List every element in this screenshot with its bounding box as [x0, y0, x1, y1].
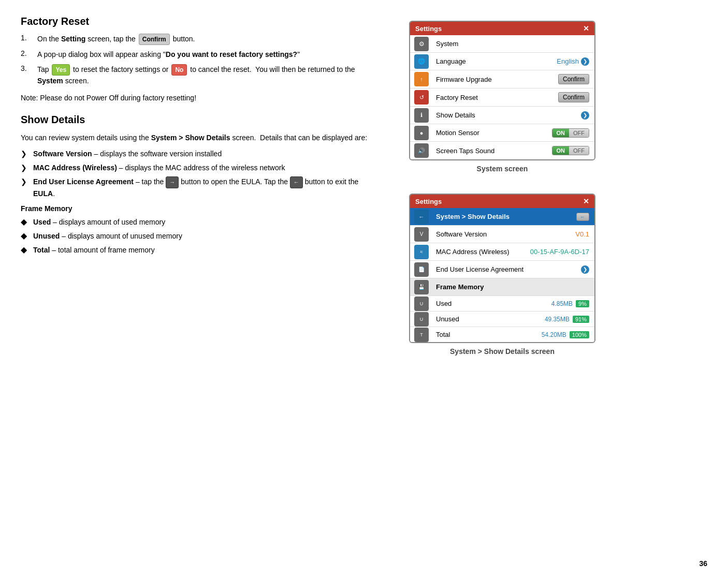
eula-row-label: End User License Agreement [436, 265, 523, 273]
total-bold: Total [33, 246, 50, 254]
language-row-label: Language [436, 57, 466, 65]
used-num: 4.85MB [551, 300, 573, 307]
factory-reset-row-value: Confirm [558, 92, 589, 102]
breadcrumb-label: System > Show Details [436, 213, 509, 220]
firmware-row-label: Firmware Upgrade [436, 76, 492, 83]
software-version-label: Software Version [436, 230, 487, 238]
screen-taps-row-label: Screen Taps Sound [436, 147, 494, 155]
popup-text-bold: Do you want to reset factory settings? [166, 50, 297, 58]
motion-sensor-row-icon: ● [414, 126, 429, 140]
mac-address-icon: ≈ [414, 245, 429, 259]
show-details-row-label: Show Details [436, 111, 475, 119]
system-row-icon: ⚙ [414, 37, 429, 51]
language-row-icon: 🌐 [414, 54, 429, 69]
arrow-item-eula: ❯ End User License Agreement – tap the →… [21, 176, 373, 199]
total-row: T Total 54.20MB 100% [410, 327, 594, 342]
screen-taps-row: 🔊 Screen Taps Sound ON OFF [410, 142, 594, 159]
total-row-icon: T [414, 328, 429, 342]
system-row: ⚙ System [410, 35, 594, 53]
unused-row: U Unused 49.35MB 91% [410, 312, 594, 327]
firmware-row-value: Confirm [558, 74, 589, 84]
factory-reset-row-icon: ↺ [414, 90, 429, 105]
show-details-panel-header: Settings ✕ [410, 195, 594, 208]
screen-taps-row-icon: 🔊 [414, 143, 429, 158]
eula-arrow-icon: ❯ [581, 265, 589, 274]
unused-row-icon: U [414, 312, 429, 327]
factory-reset-row-label: Factory Reset [436, 94, 478, 101]
bullet-used: ◆ Used – displays amount of used memory [21, 217, 373, 228]
system-settings-panel: Settings ✕ ⚙ System 🌐 Language [409, 21, 595, 160]
frame-memory-header-icon: 💾 [414, 280, 429, 294]
eula-bold: End User License Agreement [33, 177, 134, 186]
right-screenshots: Settings ✕ ⚙ System 🌐 Language [394, 16, 611, 355]
show-details-header-label: Settings [415, 198, 442, 205]
memory-icon: 💾 [418, 284, 425, 290]
screen-taps-toggle-group[interactable]: ON OFF [552, 146, 590, 155]
screen-taps-on[interactable]: ON [552, 146, 570, 155]
show-details-list: ❯ Software Version – displays the softwa… [21, 149, 373, 199]
used-icon: U [420, 301, 424, 306]
software-version-bold: Software Version [33, 150, 92, 158]
total-pct: 100% [570, 331, 589, 338]
gear-icon: ⚙ [419, 40, 425, 48]
firmware-confirm-btn[interactable]: Confirm [558, 74, 589, 84]
arrow-item-mac: ❯ MAC Address (Wireless) – displays the … [21, 162, 373, 173]
motion-sensor-on[interactable]: ON [552, 129, 570, 137]
screen-taps-toggle: ON OFF [552, 146, 590, 155]
system-row-label: System [436, 40, 458, 48]
motion-sensor-row-label: Motion Sensor [436, 129, 479, 137]
motion-sensor-row: ● Motion Sensor ON OFF [410, 124, 594, 142]
used-row-value: 4.85MB 9% [551, 300, 589, 307]
screen-taps-off[interactable]: OFF [569, 146, 589, 155]
factory-reset-note: Note: Please do not Power Off during fac… [21, 93, 373, 103]
eula-row: 📄 End User License Agreement ❯ [410, 261, 594, 278]
breadcrumb-row: ← System > Show Details ← [410, 208, 594, 226]
upload-icon: ↑ [420, 76, 423, 82]
motion-sensor-toggle: ON OFF [552, 128, 590, 138]
mac-address-row: ≈ MAC Address (Wireless) 00-15-AF-9A-6D-… [410, 243, 594, 261]
eula-open-btn: → [166, 176, 179, 188]
mac-address-bold: MAC Address (Wireless) [33, 164, 117, 172]
show-details-row-icon: ℹ [414, 108, 429, 123]
show-details-heading: Show Details [21, 114, 373, 126]
show-details-close-icon: ✕ [583, 197, 589, 205]
reset-icon: ↺ [419, 94, 424, 101]
motion-sensor-off[interactable]: OFF [569, 129, 589, 137]
unused-pct: 91% [573, 316, 589, 323]
left-content: Factory Reset 1. On the Setting screen, … [21, 16, 373, 355]
yes-button-inline: Yes [52, 64, 70, 76]
used-pct: 9% [576, 300, 589, 307]
used-row-icon: U [414, 297, 429, 311]
language-row-value: English ❯ [557, 57, 589, 66]
globe-icon: 🌐 [418, 58, 425, 65]
breadcrumb-back-icon: ← [414, 210, 429, 224]
software-version-icon: V [414, 227, 429, 242]
unused-row-label: Unused [436, 315, 459, 323]
unused-num: 49.35MB [545, 316, 570, 323]
show-details-panel: Settings ✕ ← System > Show Details ← [409, 194, 595, 343]
motion-sensor-toggle-group[interactable]: ON OFF [552, 128, 590, 138]
info-icon: ℹ [420, 112, 423, 118]
page-number: 36 [699, 559, 707, 568]
setting-bold: Setting [61, 35, 85, 43]
mac-address-value: 00-15-AF-9A-6D-17 [530, 248, 589, 256]
back-btn-icon[interactable]: ← [576, 213, 589, 221]
frame-memory-header-row: 💾 Frame Memory [410, 278, 594, 296]
frame-memory-list: ◆ Used – displays amount of used memory … [21, 217, 373, 256]
unused-bold: Unused [33, 232, 60, 240]
system-header-label: Settings [415, 25, 442, 33]
show-details-row: ℹ Show Details ❯ [410, 107, 594, 124]
firmware-row-icon: ↑ [414, 72, 429, 86]
show-details-arrow-icon: ❯ [581, 111, 589, 120]
unused-icon: U [420, 317, 424, 322]
eula-row-arrow: ❯ [581, 265, 589, 274]
factory-reset-confirm-btn[interactable]: Confirm [558, 92, 589, 102]
show-details-desc: You can review system details using the … [21, 132, 373, 143]
back-icon: ← [419, 214, 425, 220]
frame-memory-title: Frame Memory [21, 204, 373, 213]
used-bold: Used [33, 218, 51, 226]
show-details-screen-caption: System > Show Details screen [450, 347, 555, 355]
motion-icon: ● [420, 130, 424, 136]
system-screen-bold: System [37, 77, 63, 85]
bullet-unused: ◆ Unused – displays amount of unused mem… [21, 231, 373, 242]
